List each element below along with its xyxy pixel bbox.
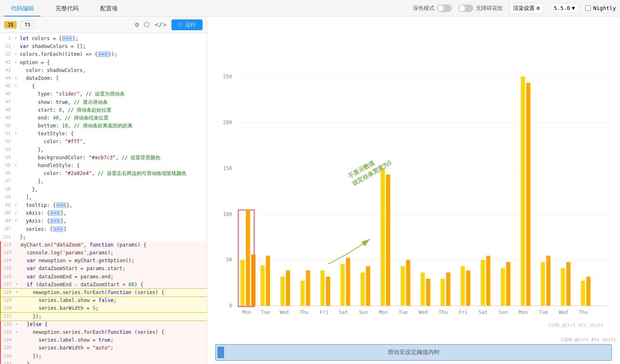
watermark: CSDN @Ctrl Alt Shift <box>561 337 616 342</box>
editor-tab-bar: JS TS ⚙ ⬡ </> ▷ 运行 <box>0 17 207 33</box>
code-line-123: 123 console.log('params',params); <box>0 249 207 257</box>
js-tab[interactable]: JS <box>4 21 17 29</box>
nightly-option[interactable]: Nightly <box>585 5 616 11</box>
code-line-121: 121 }; <box>0 233 207 241</box>
tab-full-code[interactable]: 完整代码 <box>49 0 85 17</box>
chart-area: 0 50 100 150 200 250 <box>215 21 612 341</box>
svg-text:Mon: Mon <box>379 309 388 315</box>
svg-text:Tue: Tue <box>539 309 548 315</box>
code-line-56: 56 color: "#2a82e4", // 设置左右两边的可滑动收缩竖线颜色 <box>0 170 207 177</box>
svg-text:Mon: Mon <box>242 309 251 315</box>
datazoom-scrollbar[interactable]: 滑动至设定阈值内时 <box>215 344 612 361</box>
svg-rect-48 <box>566 262 570 306</box>
svg-rect-16 <box>251 254 256 306</box>
share-icon[interactable]: ⬡ <box>144 21 150 29</box>
code-line-132: 132 ▸ }else { <box>0 321 207 328</box>
dark-mode-label: 深色模式 <box>413 5 434 12</box>
svg-text:Sun: Sun <box>499 309 508 315</box>
code-line-50: 50 bottom: 10, // 滑动条距离底部的距离 <box>0 122 207 130</box>
code-line-128: 128 ▸ newoption.series.forEach(function … <box>0 289 207 297</box>
code-panel: JS TS ⚙ ⬡ </> ▷ 运行 1 ▸ let colors = [···… <box>0 17 207 364</box>
topbar-controls: 深色模式 无障碍花纹 渲染设置 ⚙ 5.5.0 ▼ Nightly <box>413 3 616 14</box>
code-line-137: 137 } <box>0 360 207 364</box>
tab-code-edit[interactable]: 代码编辑 <box>4 0 41 17</box>
code-line-126: 126 var dataZoomEnd = params.end; <box>0 273 207 281</box>
svg-rect-42 <box>506 262 510 306</box>
svg-rect-37 <box>461 266 465 306</box>
code-icon[interactable]: </> <box>154 21 166 29</box>
code-line-84: 84 ▸ yAxis: {···}, <box>0 217 207 225</box>
code-editor[interactable]: 1 ▸ let colors = [···]; 21 var shadowCol… <box>0 33 207 364</box>
svg-text:Sat: Sat <box>479 309 488 315</box>
code-line-135: 135 series.barWidth = "auto"; <box>0 344 207 352</box>
code-line-46: 46 type: "slider", // 设置为滑动条 <box>0 90 207 98</box>
code-line-122: 122 myChart.on("dataZoom", function (par… <box>0 241 207 249</box>
svg-text:Wed: Wed <box>559 309 568 315</box>
code-line-42: 42 ▸ option = { <box>0 59 207 67</box>
code-line-21: 21 var shadowColors = []; <box>0 43 207 50</box>
run-button[interactable]: ▷ 运行 <box>171 19 203 30</box>
svg-text:150: 150 <box>223 165 232 171</box>
svg-rect-24 <box>326 277 330 306</box>
code-line-129: 129 series.label.show = false; <box>0 297 207 304</box>
barrier-free-label: 无障碍花纹 <box>476 5 503 12</box>
svg-text:Sat: Sat <box>339 309 348 315</box>
code-line-87: 87 series: [···] <box>0 225 207 233</box>
code-line-43: 43 color: shadowColors, <box>0 67 207 74</box>
scrollbar-label: 滑动至设定阈值内时 <box>388 349 440 356</box>
editor-toolbar: ⚙ ⬡ </> ▷ 运行 <box>135 19 203 30</box>
code-line-1: 1 ▸ let colors = [···]; <box>0 35 207 43</box>
code-line-130: 130 series.barWidth = 5; <box>0 304 207 312</box>
render-settings-label: 渲染设置 <box>513 5 535 12</box>
main-area: JS TS ⚙ ⬡ </> ▷ 运行 1 ▸ let colors = [···… <box>0 17 620 364</box>
code-line-136: 136 }); <box>0 352 207 360</box>
svg-text:Wed: Wed <box>419 309 428 315</box>
code-line-45: 45 ▸ { <box>0 82 207 90</box>
scrollbar-handle[interactable] <box>217 347 224 358</box>
render-settings-button[interactable]: 渲染设置 ⚙ <box>509 3 543 14</box>
settings-icon[interactable]: ⚙ <box>135 21 139 29</box>
svg-rect-23 <box>321 271 325 306</box>
svg-rect-29 <box>381 168 385 306</box>
code-line-51: 51 ▸ textStyle: { <box>0 130 207 138</box>
svg-rect-28 <box>366 266 370 306</box>
nightly-checkbox[interactable] <box>585 5 591 11</box>
svg-rect-33 <box>421 273 425 306</box>
ts-tab[interactable]: TS <box>21 21 34 29</box>
svg-text:200: 200 <box>223 120 232 125</box>
svg-text:Mon: Mon <box>519 309 528 315</box>
svg-rect-41 <box>501 268 505 306</box>
code-line-22: 22 ▸ colors.forEach((item) => {···}); <box>0 50 207 58</box>
svg-text:Thu: Thu <box>439 309 448 315</box>
svg-text:Sun: Sun <box>359 309 368 315</box>
svg-text:Wed: Wed <box>280 309 289 315</box>
code-line-44: 44 ▸ dataZoom: [ <box>0 74 207 82</box>
version-selector[interactable]: 5.5.0 ▼ <box>550 3 579 13</box>
svg-rect-40 <box>486 256 490 306</box>
svg-text:Fri: Fri <box>458 309 468 315</box>
svg-rect-35 <box>441 279 445 306</box>
svg-rect-34 <box>426 279 430 306</box>
svg-rect-39 <box>481 260 485 306</box>
tab-config[interactable]: 配置项 <box>94 0 124 17</box>
svg-rect-14 <box>240 260 244 306</box>
code-line-127: 127 ▸ if (dataZoomEnd - dataZoomStart > … <box>0 281 207 289</box>
code-line-48: 48 start: 0, // 滑动条起始位置 <box>0 106 207 114</box>
svg-rect-18 <box>266 256 270 306</box>
code-line-131: 131 }); <box>0 313 207 321</box>
barrier-free-toggle[interactable] <box>458 5 473 12</box>
code-line-59: 59 ], <box>0 194 207 201</box>
bar-chart: 0 50 100 150 200 250 <box>215 21 612 341</box>
svg-rect-15 <box>246 210 250 306</box>
chart-panel: 0 50 100 150 200 250 <box>207 17 620 364</box>
code-line-57: 57 }, <box>0 177 207 185</box>
dark-mode-toggle[interactable] <box>437 5 452 12</box>
svg-text:50: 50 <box>226 257 232 263</box>
svg-rect-17 <box>261 265 265 306</box>
svg-rect-44 <box>526 83 530 306</box>
svg-text:CSDN @Ctrl Alt Shift: CSDN @Ctrl Alt Shift <box>548 323 603 328</box>
version-label: 5.5.0 <box>554 5 570 11</box>
svg-rect-31 <box>400 266 405 306</box>
svg-rect-49 <box>581 281 585 306</box>
svg-rect-25 <box>340 264 345 306</box>
